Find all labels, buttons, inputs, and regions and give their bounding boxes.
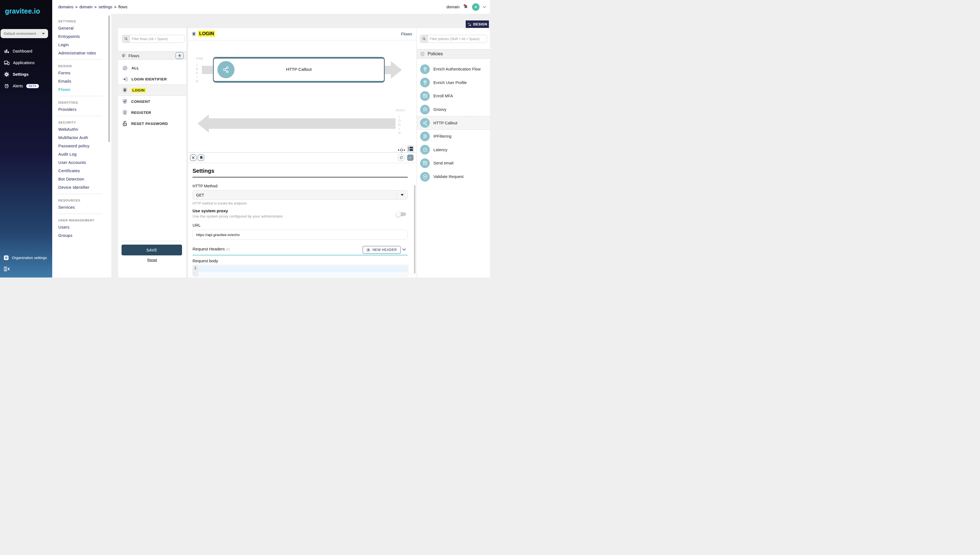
flows-filter — [122, 35, 184, 43]
flow-item-label: LOGIN IDENTIFIER — [131, 77, 167, 81]
policy-item-validate-request[interactable]: Validate Request — [417, 170, 490, 183]
policy-item-latency[interactable]: Latency — [417, 143, 490, 157]
policy-item-groovy[interactable]: Groovy — [417, 103, 490, 116]
shield-check-icon — [122, 98, 128, 104]
divider — [57, 59, 102, 60]
avatar[interactable]: A — [472, 3, 480, 11]
url-input[interactable] — [192, 230, 408, 240]
subnav-item-login[interactable]: Login — [52, 40, 111, 49]
request-headers-row: Request Headers (0) — [192, 247, 230, 252]
reset-policy-button[interactable] — [398, 154, 404, 161]
proxy-toggle[interactable] — [396, 212, 406, 216]
collapse-menu-icon — [3, 266, 10, 272]
flow-item-consent[interactable]: CONSENT — [118, 96, 186, 107]
environment-select[interactable]: Default environment — [0, 29, 48, 38]
policy-item-label: IPFiltering — [433, 134, 451, 138]
subnav-item-audit-log[interactable]: Audit Log — [52, 150, 111, 158]
http-method-value: GET — [193, 193, 396, 197]
request-body-editor[interactable]: 1 — [192, 265, 408, 276]
policy-item-enroll-mfa[interactable]: Enroll MFA — [417, 89, 490, 103]
panel-view-toggle-button[interactable] — [407, 145, 414, 152]
groovy-star-icon — [420, 105, 430, 114]
flow-item-login-identifier[interactable]: LOGIN IDENTIFIER — [118, 74, 186, 85]
breadcrumb-link-domains[interactable]: domains — [58, 5, 74, 9]
subnav-item-user-accounts[interactable]: User Accounts — [52, 158, 111, 167]
subnav-item-emails[interactable]: Emails — [52, 77, 111, 85]
subnav-section-title: SETTINGS — [58, 19, 111, 23]
subnav-item-services[interactable]: Services — [52, 203, 111, 211]
flow-item-register[interactable]: REGISTER — [118, 107, 186, 118]
http-method-select[interactable]: GET — [192, 190, 408, 200]
subnav-item-providers[interactable]: Providers — [52, 105, 111, 113]
subnav-item-webauthn[interactable]: WebAuthn — [52, 125, 111, 133]
subnav-item-bot-detection[interactable]: Bot Detection — [52, 175, 111, 183]
policy-item-http-callout[interactable]: HTTP Callout — [417, 116, 490, 130]
sidebar-item-applications[interactable]: Applications — [0, 58, 52, 68]
subnav-item-certificates[interactable]: Certificates — [52, 167, 111, 175]
policy-editor-scrollbar[interactable] — [414, 185, 416, 274]
breadcrumb-link-domain[interactable]: domain — [79, 5, 93, 9]
editor-line-number: 1 — [193, 265, 198, 276]
subnav-item-administrative-roles[interactable]: Administrative roles — [52, 49, 111, 57]
policy-item-label: Latency — [433, 148, 448, 152]
subnav-item-forms[interactable]: Forms — [52, 69, 111, 77]
subnav-item-device-identifier[interactable]: Device Identifier — [52, 183, 111, 191]
chevron-down-icon[interactable] — [483, 6, 486, 8]
design-mode-button[interactable]: DESIGN — [466, 21, 489, 28]
flow-item-label: CONSENT — [131, 99, 150, 104]
plus-icon: + — [177, 54, 182, 58]
subnav-item-multifactor-auth[interactable]: Multifactor Auth — [52, 133, 111, 141]
policy-item-ipfiltering[interactable]: IPFiltering — [417, 130, 490, 143]
subnav-item-entrypoints[interactable]: Entrypoints — [52, 32, 111, 40]
flows-list-panel: Flows + ALL LOGIN IDENTIFIER LO — [118, 28, 186, 278]
save-button[interactable]: SAVE — [122, 245, 182, 255]
documentation-button[interactable] — [198, 154, 204, 161]
editor-code-area[interactable] — [198, 265, 408, 276]
sidebar-item-alerts[interactable]: Alerts BETA — [0, 81, 52, 91]
sidebar-item-organization-settings[interactable]: Organization settings — [0, 255, 52, 261]
database-icon — [420, 78, 430, 87]
flows-list-title: Flows — [128, 53, 176, 58]
flow-item-all[interactable]: ALL — [118, 63, 186, 74]
chevron-down-icon — [396, 191, 408, 200]
add-flow-button[interactable]: + — [176, 52, 184, 59]
notifications-button[interactable] — [463, 4, 469, 10]
settings-section-title: Settings — [192, 168, 214, 174]
close-icon — [192, 156, 195, 159]
policy-item-send-email[interactable]: Send email — [417, 156, 490, 170]
flow-step-label: HTTP Callout — [213, 67, 385, 72]
pre-flow-arrowhead — [391, 61, 402, 79]
policy-item-enrich-user-profile[interactable]: Enrich User Profile — [417, 76, 490, 90]
flow-item-label: ALL — [131, 66, 139, 70]
flow-item-reset-password[interactable]: RESET PASSWORD — [118, 118, 186, 129]
flow-designer-header: LOGIN Flows — [188, 28, 417, 40]
gravitee-logo: gravitee.io — [5, 7, 40, 15]
breadcrumb-link-settings[interactable]: settings — [99, 5, 112, 9]
collapse-sidebar-button[interactable] — [3, 266, 10, 272]
proxy-help: Use the system proxy configured by your … — [192, 214, 283, 218]
subnav-item-users[interactable]: Users — [52, 223, 111, 231]
sidebar-item-settings[interactable]: Settings — [0, 69, 52, 79]
new-header-button[interactable]: + NEW HEADER — [363, 246, 401, 254]
subnav-item-general[interactable]: General — [52, 24, 111, 32]
policy-item-enrich-authentication-flow[interactable]: Enrich Authentication Flow — [417, 63, 490, 76]
sidebar-item-dashboard[interactable]: Dashboard — [0, 46, 52, 56]
divider — [122, 241, 183, 241]
expand-headers-chevron-icon[interactable] — [402, 248, 406, 251]
apply-policy-button[interactable]: ✓ — [407, 154, 414, 161]
policy-item-label: Enrich User Profile — [433, 80, 467, 85]
subnav-item-flows[interactable]: Flows — [52, 85, 111, 93]
subnav-item-groups[interactable]: Groups — [52, 231, 111, 239]
subnav-scrollbar[interactable] — [108, 16, 110, 142]
policy-item-label: Enrich Authentication Flow — [433, 67, 481, 71]
subnav-item-password-policy[interactable]: Password policy — [52, 141, 111, 150]
search-icon — [122, 35, 130, 43]
alarm-clock-icon — [4, 83, 10, 89]
resize-handle[interactable] — [398, 148, 405, 152]
flow-item-login[interactable]: LOGIN — [118, 85, 186, 96]
current-domain-label[interactable]: domain — [446, 5, 460, 9]
reset-link[interactable]: Reset — [118, 258, 186, 262]
policies-filter-input[interactable] — [428, 35, 487, 43]
flows-filter-input[interactable] — [130, 35, 184, 43]
close-policy-button[interactable] — [190, 154, 197, 161]
